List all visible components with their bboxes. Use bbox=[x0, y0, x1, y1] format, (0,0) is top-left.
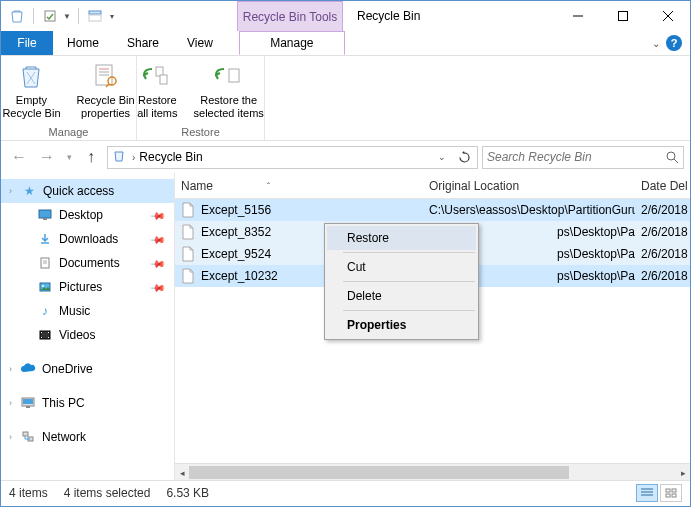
tab-share[interactable]: Share bbox=[113, 31, 173, 55]
context-menu-properties[interactable]: Properties bbox=[327, 313, 476, 337]
empty-recycle-bin-button[interactable]: Empty Recycle Bin bbox=[0, 58, 69, 125]
recycle-bin-icon bbox=[7, 6, 27, 26]
breadcrumb-dropdown-icon[interactable]: ⌄ bbox=[433, 152, 451, 162]
sidebar-item-videos[interactable]: Videos bbox=[1, 323, 174, 347]
chevron-right-icon[interactable]: › bbox=[132, 152, 135, 163]
scroll-right-icon[interactable]: ▸ bbox=[676, 464, 690, 480]
svg-point-24 bbox=[42, 285, 44, 287]
ribbon-group-label: Restore bbox=[137, 125, 264, 140]
sort-ascending-icon: ˆ bbox=[267, 181, 270, 191]
file-date: 2/6/2018 bbox=[635, 225, 690, 239]
qat-customize-icon[interactable] bbox=[85, 6, 105, 26]
svg-rect-43 bbox=[672, 494, 676, 497]
sidebar-item-label: OneDrive bbox=[42, 362, 93, 376]
qat-dropdown-icon[interactable]: ▼ bbox=[62, 6, 72, 26]
context-menu-cut[interactable]: Cut bbox=[327, 255, 476, 279]
pin-icon: 📌 bbox=[150, 207, 166, 223]
file-location: C:\Users\eassos\Desktop\PartitionGuru bbox=[429, 203, 635, 217]
search-input[interactable] bbox=[487, 150, 666, 164]
restore-all-items-button[interactable]: Restore all items bbox=[129, 58, 185, 125]
file-name: Except_8352 bbox=[201, 225, 271, 239]
svg-rect-33 bbox=[23, 432, 28, 436]
svg-line-16 bbox=[674, 159, 678, 163]
column-header-date[interactable]: Date Del bbox=[635, 179, 690, 193]
sidebar-item-documents[interactable]: Documents 📌 bbox=[1, 251, 174, 275]
column-headers: Name ˆ Original Location Date Del bbox=[175, 173, 690, 199]
breadcrumb[interactable]: › Recycle Bin ⌄ bbox=[107, 146, 478, 169]
file-date: 2/6/2018 bbox=[635, 269, 690, 283]
nav-back-button[interactable]: ← bbox=[7, 145, 31, 169]
address-bar: ← → ▾ ↑ › Recycle Bin ⌄ bbox=[1, 141, 690, 173]
svg-rect-1 bbox=[89, 11, 101, 14]
svg-rect-28 bbox=[48, 332, 49, 333]
music-icon: ♪ bbox=[37, 303, 53, 319]
table-row[interactable]: Except_5156 C:\Users\eassos\Desktop\Part… bbox=[175, 199, 690, 221]
minimize-button[interactable] bbox=[555, 1, 600, 30]
ribbon-label: Restore the selected items bbox=[194, 94, 264, 120]
status-size: 6.53 KB bbox=[166, 486, 209, 500]
svg-rect-32 bbox=[26, 406, 30, 408]
svg-rect-41 bbox=[672, 489, 676, 492]
file-date: 2/6/2018 bbox=[635, 247, 690, 261]
sidebar-item-music[interactable]: ♪ Music bbox=[1, 299, 174, 323]
help-icon[interactable]: ? bbox=[666, 35, 682, 51]
network-icon bbox=[20, 429, 36, 445]
svg-rect-2 bbox=[89, 15, 101, 21]
qat-dropdown-icon[interactable]: ▾ bbox=[107, 6, 117, 26]
restore-selected-items-button[interactable]: Restore the selected items bbox=[186, 58, 272, 125]
nav-forward-button[interactable]: → bbox=[35, 145, 59, 169]
column-header-name[interactable]: Name ˆ bbox=[175, 179, 429, 193]
sidebar-item-desktop[interactable]: Desktop 📌 bbox=[1, 203, 174, 227]
tab-view[interactable]: View bbox=[173, 31, 227, 55]
properties-icon bbox=[90, 60, 122, 92]
svg-rect-0 bbox=[45, 11, 55, 21]
svg-rect-31 bbox=[23, 399, 33, 404]
recycle-bin-icon bbox=[112, 149, 128, 165]
sidebar-item-downloads[interactable]: Downloads 📌 bbox=[1, 227, 174, 251]
sidebar-item-this-pc[interactable]: › This PC bbox=[1, 391, 174, 415]
pin-icon: 📌 bbox=[150, 231, 166, 247]
chevron-right-icon: › bbox=[9, 432, 12, 442]
scroll-left-icon[interactable]: ◂ bbox=[175, 464, 189, 480]
tab-home[interactable]: Home bbox=[53, 31, 113, 55]
context-menu-restore[interactable]: Restore bbox=[327, 226, 476, 250]
chevron-right-icon: › bbox=[9, 398, 12, 408]
sidebar-item-quick-access[interactable]: › ★ Quick access bbox=[1, 179, 174, 203]
search-box[interactable] bbox=[482, 146, 684, 169]
sidebar-item-label: Music bbox=[59, 304, 90, 318]
svg-rect-42 bbox=[666, 494, 670, 497]
close-button[interactable] bbox=[645, 1, 690, 30]
nav-dropdown-icon[interactable]: ▾ bbox=[63, 145, 75, 169]
svg-rect-27 bbox=[41, 337, 42, 338]
contextual-tools-tab: Recycle Bin Tools bbox=[237, 1, 343, 31]
videos-icon bbox=[37, 327, 53, 343]
tab-manage[interactable]: Manage bbox=[239, 31, 345, 55]
sidebar-item-onedrive[interactable]: › OneDrive bbox=[1, 357, 174, 381]
window-title: Recycle Bin bbox=[357, 1, 420, 31]
svg-rect-13 bbox=[160, 75, 167, 84]
view-large-icons-button[interactable] bbox=[660, 484, 682, 502]
qat-properties-icon[interactable] bbox=[40, 6, 60, 26]
file-name: Except_5156 bbox=[201, 203, 271, 217]
svg-rect-14 bbox=[229, 69, 239, 82]
file-icon bbox=[181, 224, 197, 240]
search-icon[interactable] bbox=[666, 151, 679, 164]
horizontal-scrollbar[interactable]: ◂ ▸ bbox=[175, 463, 690, 480]
view-details-button[interactable] bbox=[636, 484, 658, 502]
refresh-icon[interactable] bbox=[455, 151, 473, 164]
sidebar-item-label: Downloads bbox=[59, 232, 118, 246]
context-menu-delete[interactable]: Delete bbox=[327, 284, 476, 308]
column-header-location[interactable]: Original Location bbox=[429, 179, 635, 193]
sidebar-item-network[interactable]: › Network bbox=[1, 425, 174, 449]
sidebar-item-pictures[interactable]: Pictures 📌 bbox=[1, 275, 174, 299]
breadcrumb-location[interactable]: Recycle Bin bbox=[139, 150, 429, 164]
nav-up-button[interactable]: ↑ bbox=[79, 145, 103, 169]
ribbon-label: Restore all items bbox=[137, 94, 177, 120]
scrollbar-thumb[interactable] bbox=[189, 466, 569, 479]
tab-file[interactable]: File bbox=[1, 31, 53, 55]
svg-point-15 bbox=[667, 152, 675, 160]
maximize-button[interactable] bbox=[600, 1, 645, 30]
ribbon-expand-icon[interactable]: ⌄ bbox=[652, 38, 660, 49]
file-date: 2/6/2018 bbox=[635, 203, 690, 217]
ribbon-label: Recycle Bin properties bbox=[77, 94, 135, 120]
